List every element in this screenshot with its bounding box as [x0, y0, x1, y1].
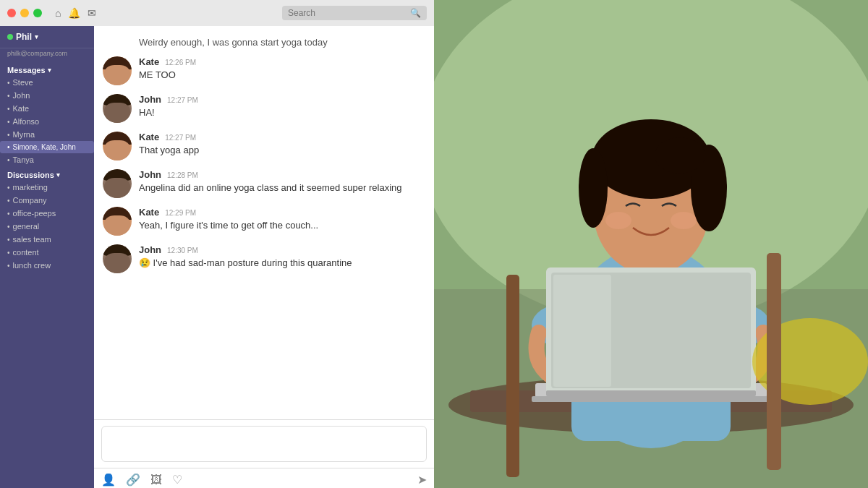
list-item: Kate 12:27 PM That yoga app: [94, 127, 434, 165]
svg-point-13: [605, 212, 631, 229]
avatar: [103, 132, 132, 160]
message-sender: Kate: [139, 56, 159, 67]
fullscreen-button[interactable]: [33, 9, 42, 17]
title-bar: ⌂ 🔔 ✉ 🔍: [0, 0, 434, 26]
message-content: Kate 12:27 PM That yoga app: [139, 132, 425, 157]
search-bar[interactable]: 🔍: [282, 6, 427, 20]
photo-panel: [434, 0, 868, 488]
avatar: [103, 207, 132, 236]
sidebar-item-lunch-crew[interactable]: • lunch crew: [0, 259, 94, 272]
svg-rect-26: [767, 253, 781, 470]
svg-rect-20: [532, 396, 770, 402]
svg-rect-27: [506, 275, 519, 477]
message-time: 12:28 PM: [167, 171, 198, 179]
message-sender: John: [139, 169, 161, 180]
user-dropdown-icon[interactable]: ▾: [35, 33, 38, 40]
bullet-icon: •: [7, 79, 10, 87]
message-text: That yoga app: [139, 144, 425, 157]
sidebar-item-company[interactable]: • Company: [0, 194, 94, 207]
message-content: John 12:27 PM HA!: [139, 94, 425, 119]
bullet-icon: •: [7, 156, 10, 164]
sidebar-item-content[interactable]: • content: [0, 246, 94, 259]
message-content: John 12:30 PM 😢 I've had sad-man posture…: [139, 244, 425, 270]
message-text: HA!: [139, 106, 425, 119]
traffic-lights: [7, 9, 42, 17]
titlebar-icons: ⌂ 🔔 ✉: [55, 7, 96, 19]
sidebar-item-general[interactable]: • general: [0, 220, 94, 233]
sidebar-item-steve[interactable]: • Steve: [0, 76, 94, 89]
sidebar-item-sales-team[interactable]: • sales team: [0, 233, 94, 246]
list-item: Weirdy enough, I was gonna start yoga to…: [94, 33, 434, 52]
message-content: John 12:28 PM Angelina did an online yog…: [139, 169, 425, 194]
sidebar-item-kate[interactable]: • Kate: [0, 102, 94, 115]
online-indicator: [7, 34, 13, 40]
message-sender: Kate: [139, 207, 159, 218]
chat-area: Weirdy enough, I was gonna start yoga to…: [94, 26, 434, 488]
messages-section-header: Messages ▾: [0, 61, 94, 76]
bullet-icon: •: [7, 92, 10, 100]
bullet-icon: •: [7, 210, 10, 218]
sidebar-item-myrna[interactable]: • Myrna: [0, 128, 94, 141]
list-item: Kate 12:29 PM Yeah, I figure it's time t…: [94, 202, 434, 240]
close-button[interactable]: [7, 9, 16, 17]
message-time: 12:27 PM: [167, 96, 198, 104]
message-sender: Kate: [139, 132, 159, 142]
heart-icon[interactable]: ♡: [172, 473, 182, 487]
message-time: 12:29 PM: [165, 209, 196, 217]
sidebar: Phil ▾ philk@company.com Messages ▾ • St…: [0, 26, 94, 488]
sidebar-item-john[interactable]: • John: [0, 89, 94, 102]
avatar: [103, 169, 132, 198]
message-time: 12:26 PM: [165, 59, 196, 67]
message-sender: John: [139, 244, 161, 255]
mail-icon[interactable]: ✉: [88, 7, 96, 19]
discussions-dropdown-icon: ▾: [56, 171, 60, 179]
person-illustration: [434, 0, 868, 488]
message-time: 12:30 PM: [167, 247, 198, 254]
user-email: philk@company.com: [0, 48, 94, 61]
bullet-icon: •: [7, 262, 10, 270]
list-item: Kate 12:26 PM ME TOO: [94, 52, 434, 90]
bullet-icon: •: [7, 197, 10, 205]
image-icon[interactable]: 🖼: [150, 474, 162, 487]
list-item: John 12:30 PM 😢 I've had sad-man posture…: [94, 240, 434, 278]
bullet-icon: •: [7, 236, 10, 244]
svg-point-11: [579, 148, 608, 228]
bullet-icon: •: [7, 131, 10, 139]
search-icon: 🔍: [410, 8, 421, 18]
sidebar-item-simone-kate-john[interactable]: • Simone, Kate, John: [0, 141, 94, 153]
send-button[interactable]: ➤: [417, 473, 427, 487]
bell-icon[interactable]: 🔔: [68, 7, 80, 19]
list-item: John 12:27 PM HA!: [94, 90, 434, 127]
chat-input-area: [94, 419, 434, 468]
search-input[interactable]: [288, 8, 407, 18]
message-text: Yeah, I figure it's time to get off the …: [139, 219, 425, 232]
chat-toolbar: 👤 🔗 🖼 ♡ ➤: [94, 468, 434, 488]
bullet-icon: •: [7, 184, 10, 192]
minimize-button[interactable]: [20, 9, 29, 17]
list-item: John 12:28 PM Angelina did an online yog…: [94, 165, 434, 202]
bullet-icon: •: [7, 118, 10, 126]
bullet-icon: •: [7, 143, 10, 151]
svg-point-14: [671, 212, 697, 229]
sidebar-item-marketing[interactable]: • marketing: [0, 181, 94, 194]
link-icon[interactable]: 🔗: [126, 473, 140, 487]
message-content: Kate 12:26 PM ME TOO: [139, 56, 425, 82]
bullet-icon: •: [7, 105, 10, 113]
avatar: [103, 56, 132, 85]
svg-rect-24: [546, 390, 756, 396]
bullet-icon: •: [7, 249, 10, 257]
sidebar-user[interactable]: Phil ▾: [0, 26, 94, 48]
sidebar-item-alfonso[interactable]: • Alfonso: [0, 115, 94, 128]
sidebar-item-tanya[interactable]: • Tanya: [0, 153, 94, 166]
person-icon[interactable]: 👤: [101, 473, 116, 487]
avatar: [103, 244, 132, 273]
message-text: Angelina did an online yoga class and it…: [139, 181, 425, 194]
svg-rect-23: [553, 275, 611, 387]
message-input[interactable]: [101, 426, 427, 462]
message-text: 😢 I've had sad-man posture during this q…: [139, 257, 425, 270]
svg-point-12: [655, 137, 705, 174]
sidebar-item-office-peeps[interactable]: • office-peeps: [0, 207, 94, 220]
chat-messages: Weirdy enough, I was gonna start yoga to…: [94, 26, 434, 419]
home-icon[interactable]: ⌂: [55, 7, 61, 19]
avatar: [103, 94, 132, 123]
